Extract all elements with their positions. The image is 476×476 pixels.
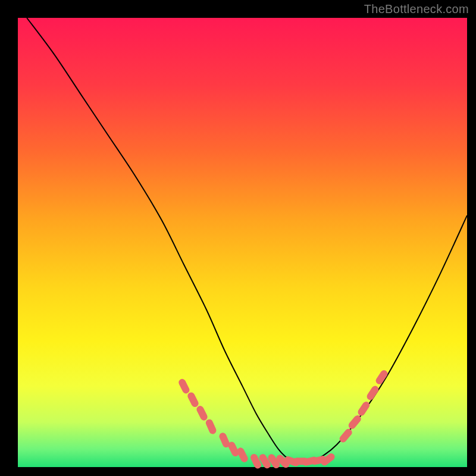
curve-marker xyxy=(209,423,213,431)
curve-marker xyxy=(271,458,276,465)
watermark-text: TheBottleneck.com xyxy=(364,2,469,16)
curve-marker xyxy=(223,436,226,444)
chart-stage: TheBottleneck.com xyxy=(0,0,476,476)
curve-marker xyxy=(200,409,203,417)
chart-svg xyxy=(0,0,476,476)
curve-marker xyxy=(343,433,349,439)
plot-background xyxy=(18,18,467,467)
curve-marker xyxy=(380,374,384,381)
curve-marker xyxy=(361,405,366,412)
curve-marker xyxy=(371,390,375,397)
curve-marker xyxy=(240,451,244,459)
curve-marker xyxy=(191,396,195,403)
curve-marker xyxy=(324,457,331,462)
curve-marker xyxy=(352,419,358,425)
curve-marker xyxy=(254,458,258,465)
curve-marker xyxy=(263,458,267,465)
curve-marker xyxy=(231,446,235,453)
curve-marker xyxy=(182,383,186,390)
